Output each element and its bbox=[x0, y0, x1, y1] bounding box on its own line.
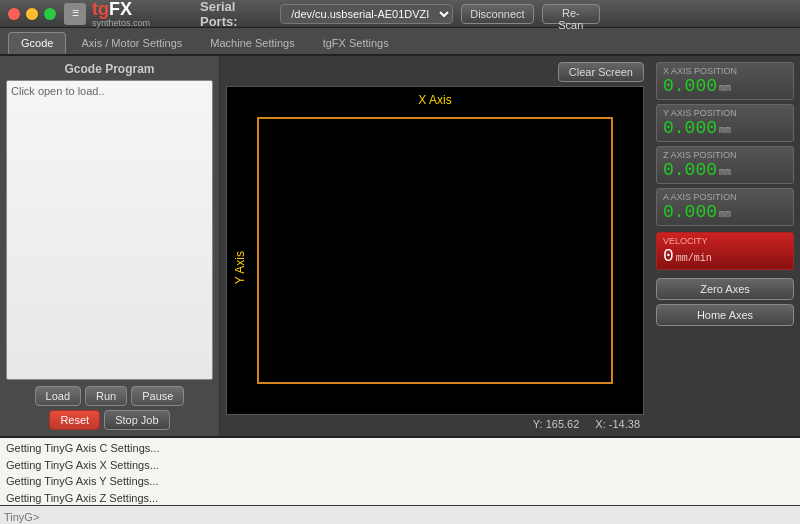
load-button[interactable]: Load bbox=[35, 386, 81, 406]
x-coord: X: -14.38 bbox=[595, 418, 640, 430]
gcode-buttons-row2: Reset Stop Job bbox=[6, 410, 213, 430]
y-axis-label-r: Y Axis Position bbox=[663, 108, 787, 118]
tab-axis-motor[interactable]: Axis / Motor Settings bbox=[68, 32, 195, 54]
a-axis-value: 0.000 mm bbox=[663, 202, 787, 222]
x-axis-value: 0.000 mm bbox=[663, 76, 787, 96]
log-line-3: Getting TinyG Axis Y Settings... bbox=[6, 473, 794, 490]
y-coord: Y: 165.62 bbox=[533, 418, 580, 430]
center-panel: Clear Screen X Axis Y Axis Y: 165.62 X: … bbox=[220, 56, 650, 436]
clear-screen-button[interactable]: Clear Screen bbox=[558, 62, 644, 82]
main-content: Gcode Program Click open to load.. Load … bbox=[0, 56, 800, 436]
coords-display: Y: 165.62 X: -14.38 bbox=[226, 415, 644, 430]
x-axis-box: X Axis Position 0.000 mm bbox=[656, 62, 794, 100]
serial-ports-label: Serial Ports: bbox=[200, 0, 272, 29]
z-axis-unit: mm bbox=[719, 167, 731, 178]
x-axis-label: X Axis Position bbox=[663, 66, 787, 76]
canvas-rect bbox=[257, 117, 613, 384]
z-axis-label: Z Axis Position bbox=[663, 150, 787, 160]
app-name: tgFX bbox=[92, 0, 150, 20]
serial-ports-section: Serial Ports: /dev/cu.usbserial-AE01DVZI… bbox=[200, 0, 600, 29]
axis-action-buttons: Zero Axes Home Axes bbox=[656, 278, 794, 326]
y-axis-value: 0.000 mm bbox=[663, 118, 787, 138]
tab-tgfx[interactable]: tgFX Settings bbox=[310, 32, 402, 54]
log-line-1: Getting TinyG Axis C Settings... bbox=[6, 440, 794, 457]
stopjob-button[interactable]: Stop Job bbox=[104, 410, 169, 430]
run-button[interactable]: Run bbox=[85, 386, 127, 406]
command-input-bar bbox=[0, 506, 800, 524]
reset-button[interactable]: Reset bbox=[49, 410, 100, 430]
a-axis-unit: mm bbox=[719, 209, 731, 220]
zero-axes-button[interactable]: Zero Axes bbox=[656, 278, 794, 300]
app-logo: ☰ tgFX synthetos.com bbox=[64, 0, 150, 28]
command-input[interactable] bbox=[4, 511, 796, 523]
left-panel: Gcode Program Click open to load.. Load … bbox=[0, 56, 220, 436]
disconnect-button[interactable]: Disconnect bbox=[461, 4, 533, 24]
y-axis-unit: mm bbox=[719, 125, 731, 136]
canvas-toolbar: Clear Screen bbox=[226, 62, 644, 82]
velocity-unit: mm/min bbox=[676, 253, 712, 264]
x-axis-unit: mm bbox=[719, 83, 731, 94]
z-axis-box: Z Axis Position 0.000 mm bbox=[656, 146, 794, 184]
y-axis-box: Y Axis Position 0.000 mm bbox=[656, 104, 794, 142]
logo-icon: ☰ bbox=[64, 3, 86, 25]
log-line-4: Getting TinyG Axis Z Settings... bbox=[6, 490, 794, 507]
title-bar: ☰ tgFX synthetos.com Serial Ports: /dev/… bbox=[0, 0, 800, 28]
a-axis-box: A Axis Position 0.000 mm bbox=[656, 188, 794, 226]
log-area[interactable]: Getting TinyG Axis C Settings... Getting… bbox=[0, 436, 800, 506]
gcode-placeholder: Click open to load.. bbox=[11, 85, 208, 97]
x-axis-label: X Axis bbox=[418, 93, 451, 107]
gcode-buttons-row1: Load Run Pause bbox=[6, 386, 213, 406]
velocity-value: 0 mm/min bbox=[663, 246, 787, 266]
pause-button[interactable]: Pause bbox=[131, 386, 184, 406]
velocity-box: Velocity 0 mm/min bbox=[656, 232, 794, 270]
close-button[interactable] bbox=[8, 8, 20, 20]
maximize-button[interactable] bbox=[44, 8, 56, 20]
canvas-container: X Axis Y Axis bbox=[226, 86, 644, 415]
tab-machine[interactable]: Machine Settings bbox=[197, 32, 307, 54]
minimize-button[interactable] bbox=[26, 8, 38, 20]
y-axis-label: Y Axis bbox=[233, 251, 247, 284]
a-axis-label: A Axis Position bbox=[663, 192, 787, 202]
window-controls bbox=[8, 8, 56, 20]
tab-gcode[interactable]: Gcode bbox=[8, 32, 66, 54]
log-line-2: Getting TinyG Axis X Settings... bbox=[6, 457, 794, 474]
gcode-area[interactable]: Click open to load.. bbox=[6, 80, 213, 380]
tabs-bar: Gcode Axis / Motor Settings Machine Sett… bbox=[0, 28, 800, 56]
rescan-button[interactable]: Re-Scan bbox=[542, 4, 600, 24]
velocity-label: Velocity bbox=[663, 236, 787, 246]
right-panel: X Axis Position 0.000 mm Y Axis Position… bbox=[650, 56, 800, 436]
gcode-title: Gcode Program bbox=[6, 62, 213, 76]
app-subtitle: synthetos.com bbox=[92, 18, 150, 28]
logo-tg: tg bbox=[92, 0, 109, 19]
serial-port-select[interactable]: /dev/cu.usbserial-AE01DVZI bbox=[280, 4, 453, 24]
logo-fx: FX bbox=[109, 0, 132, 19]
home-axes-button[interactable]: Home Axes bbox=[656, 304, 794, 326]
z-axis-value: 0.000 mm bbox=[663, 160, 787, 180]
